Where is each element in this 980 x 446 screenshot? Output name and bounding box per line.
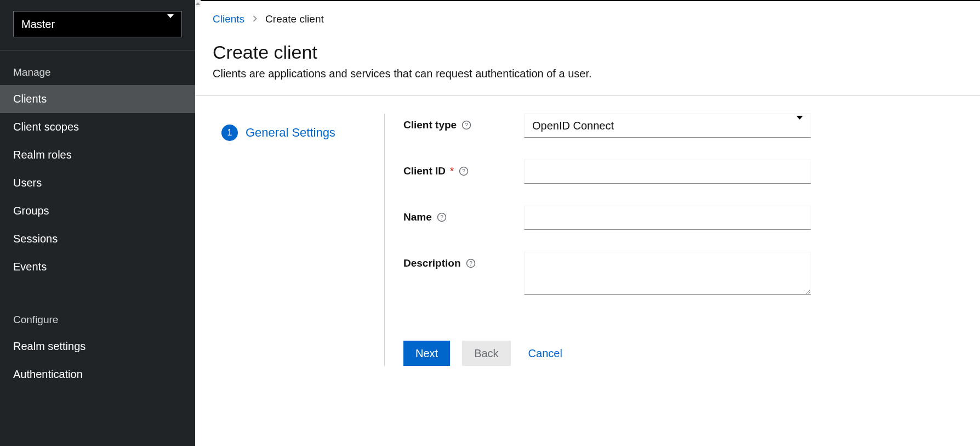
sidebar-item-realm-roles[interactable]: Realm roles — [0, 141, 195, 169]
caret-down-icon — [796, 120, 803, 132]
nav-section-title: Manage — [0, 51, 195, 85]
sidebar-item-client-scopes[interactable]: Client scopes — [0, 113, 195, 141]
svg-text:?: ? — [469, 260, 472, 267]
back-button[interactable]: Back — [462, 341, 510, 366]
page-description: Clients are applications and services th… — [213, 67, 962, 80]
chevron-up-icon — [196, 2, 200, 5]
next-button[interactable]: Next — [403, 341, 450, 366]
caret-down-icon — [167, 18, 174, 31]
form-row-client-id: Client ID * ? — [403, 160, 958, 184]
name-label: Name — [403, 211, 432, 223]
sidebar-item-authentication[interactable]: Authentication — [0, 360, 195, 388]
sidebar-item-events[interactable]: Events — [0, 253, 195, 281]
sidebar-item-users[interactable]: Users — [0, 169, 195, 197]
scroll-up-indicator[interactable] — [195, 0, 201, 7]
wizard-footer: Next Back Cancel — [403, 341, 958, 366]
wizard-step-general-settings[interactable]: 1 General Settings — [221, 125, 371, 141]
breadcrumb: Clients Create client — [195, 13, 980, 36]
main-content: Clients Create client Create client Clie… — [195, 0, 980, 446]
nav-section-title: Configure — [0, 298, 195, 332]
help-icon[interactable]: ? — [458, 166, 469, 177]
svg-text:?: ? — [465, 122, 468, 128]
form-row-description: Description ? — [403, 252, 958, 297]
help-icon[interactable]: ? — [436, 212, 447, 223]
sidebar-item-sessions[interactable]: Sessions — [0, 225, 195, 253]
chevron-right-icon — [252, 15, 258, 24]
wizard-nav: 1 General Settings — [221, 114, 385, 366]
sidebar: Master Manage Clients Client scopes Real… — [0, 0, 195, 446]
name-input[interactable] — [524, 206, 811, 230]
breadcrumb-link-clients[interactable]: Clients — [213, 13, 244, 25]
wizard: 1 General Settings Client type ? Op — [195, 96, 980, 383]
page-title: Create client — [213, 42, 962, 63]
required-indicator: * — [450, 166, 454, 177]
nav-section-configure: Configure Realm settings Authentication — [0, 298, 195, 388]
help-icon[interactable]: ? — [465, 258, 476, 269]
sidebar-item-groups[interactable]: Groups — [0, 197, 195, 225]
svg-text:?: ? — [440, 214, 443, 221]
step-number-badge: 1 — [221, 125, 238, 141]
sidebar-item-label: Users — [13, 177, 42, 189]
wizard-body: Client type ? OpenID Connect — [385, 114, 958, 366]
sidebar-item-label: Clients — [13, 93, 47, 105]
sidebar-item-label: Events — [13, 261, 47, 273]
svg-text:?: ? — [462, 168, 465, 174]
client-id-input[interactable] — [524, 160, 811, 184]
description-textarea[interactable] — [524, 252, 811, 295]
client-type-label: Client type — [403, 119, 457, 131]
form-row-name: Name ? — [403, 206, 958, 230]
page-header: Create client Clients are applications a… — [195, 36, 980, 96]
cancel-button[interactable]: Cancel — [523, 341, 568, 366]
sidebar-item-label: Realm settings — [13, 340, 86, 352]
sidebar-item-realm-settings[interactable]: Realm settings — [0, 332, 195, 360]
client-type-select[interactable]: OpenID Connect — [524, 114, 811, 138]
form-row-client-type: Client type ? OpenID Connect — [403, 114, 958, 138]
client-type-value: OpenID Connect — [532, 120, 614, 132]
description-label: Description — [403, 257, 461, 269]
realm-selector-label: Master — [21, 18, 55, 31]
step-label: General Settings — [246, 126, 335, 140]
help-icon[interactable]: ? — [461, 120, 472, 131]
sidebar-item-label: Sessions — [13, 233, 58, 245]
client-id-label: Client ID — [403, 165, 446, 177]
sidebar-item-label: Client scopes — [13, 121, 79, 133]
sidebar-item-label: Groups — [13, 205, 49, 217]
sidebar-item-label: Realm roles — [13, 149, 72, 161]
sidebar-item-clients[interactable]: Clients — [0, 85, 195, 113]
realm-selector-container: Master — [0, 0, 195, 51]
realm-selector[interactable]: Master — [13, 11, 182, 37]
sidebar-item-label: Authentication — [13, 368, 83, 380]
nav-section-manage: Manage Clients Client scopes Realm roles… — [0, 51, 195, 281]
breadcrumb-current: Create client — [265, 13, 324, 25]
